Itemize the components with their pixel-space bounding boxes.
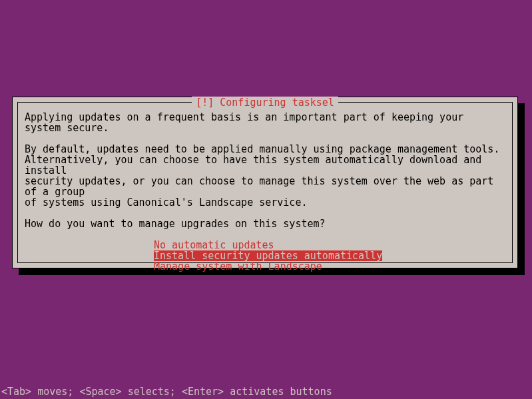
dialog-content: Applying updates on a frequent basis is … [18,103,512,278]
question-text: How do you want to manage upgrades on th… [25,218,505,229]
paragraph-intro: Applying updates on a frequent basis is … [25,112,505,133]
tasksel-dialog: [!] Configuring tasksel Applying updates… [12,97,518,268]
option-landscape[interactable]: Manage system with Landscape [154,261,322,272]
option-no-automatic[interactable]: No automatic updates [154,240,274,250]
dialog-title: [!] Configuring tasksel [192,97,338,109]
options-list: No automatic updates Install security up… [154,240,505,272]
option-security-updates[interactable]: Install security updates automatically [154,250,382,261]
dialog-border: [!] Configuring tasksel Applying updates… [17,102,513,263]
paragraph-details: By default, updates need to be applied m… [25,144,505,208]
keyboard-hints: <Tab> moves; <Space> selects; <Enter> ac… [1,386,332,398]
